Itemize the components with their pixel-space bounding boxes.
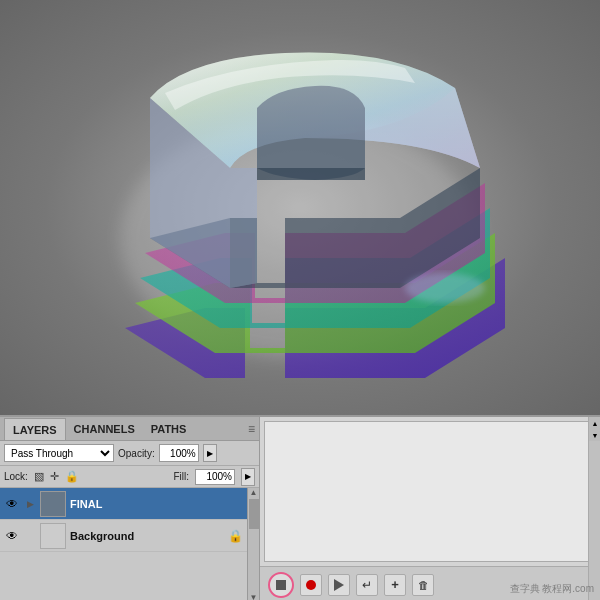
fill-arrow[interactable]: ▶ [241, 468, 255, 486]
svg-point-1 [405, 273, 485, 303]
letter-3d-svg [85, 38, 515, 378]
layer-thumb-background [40, 523, 66, 549]
layers-body: 👁 ▶ FINAL 👁 Background 🔒 ▲ ▼ [0, 488, 259, 600]
blend-mode-select[interactable]: Pass Through Normal Multiply Screen [4, 444, 114, 462]
layer-thumb-final [40, 491, 66, 517]
layer-expand-final[interactable]: ▶ [24, 498, 36, 510]
opacity-label: Opacity: [118, 448, 155, 459]
panel-tabs: LAYERS CHANNELS PATHS ≡ [0, 417, 259, 441]
scroll-down-arrow[interactable]: ▼ [248, 593, 259, 600]
record-button[interactable] [300, 574, 322, 596]
layer-row-final[interactable]: 👁 ▶ FINAL [0, 488, 247, 520]
layer-name-final: FINAL [70, 498, 102, 510]
bottom-panel: LAYERS CHANNELS PATHS ≡ Pass Through Nor… [0, 415, 600, 600]
lock-position-icon[interactable]: ✛ [50, 470, 59, 483]
action-panel: ↵ + 🗑 Stop the action ▲ ▼ [260, 417, 600, 600]
layers-scrollbar[interactable]: ▲ ▼ [247, 488, 259, 600]
delete-action-button[interactable]: 🗑 [412, 574, 434, 596]
action-scroll-up[interactable]: ▲ [589, 417, 600, 429]
play-icon [334, 579, 344, 591]
layer-eye-final[interactable]: 👁 [4, 496, 20, 512]
play-button[interactable] [328, 574, 350, 596]
action-content [264, 421, 596, 562]
layer-eye-background[interactable]: 👁 [4, 528, 20, 544]
lock-row: Lock: ▧ ✛ 🔒 Fill: ▶ [0, 466, 259, 488]
canvas-area [0, 0, 600, 415]
action-scrollbar[interactable]: ▲ ▼ [588, 417, 600, 600]
action-scroll-down[interactable]: ▼ [589, 429, 600, 441]
lock-all-icon[interactable]: 🔒 [65, 470, 79, 483]
stop-icon [276, 580, 286, 590]
layers-list: 👁 ▶ FINAL 👁 Background 🔒 [0, 488, 247, 600]
step-button[interactable]: ↵ [356, 574, 378, 596]
layers-panel: LAYERS CHANNELS PATHS ≡ Pass Through Nor… [0, 417, 260, 600]
scroll-up-arrow[interactable]: ▲ [248, 488, 259, 497]
new-icon: + [391, 577, 399, 592]
opacity-input[interactable] [159, 444, 199, 462]
panel-menu-icon[interactable]: ≡ [248, 422, 255, 436]
new-action-button[interactable]: + [384, 574, 406, 596]
opacity-arrow[interactable]: ▶ [203, 444, 217, 462]
record-icon [306, 580, 316, 590]
lock-pixel-icon[interactable]: ▧ [34, 470, 44, 483]
blend-mode-row: Pass Through Normal Multiply Screen Opac… [0, 441, 259, 466]
fill-label: Fill: [173, 471, 189, 482]
layer-row-background[interactable]: 👁 Background 🔒 [0, 520, 247, 552]
delete-icon: 🗑 [418, 579, 429, 591]
tab-paths[interactable]: PATHS [143, 418, 195, 440]
step-icon: ↵ [362, 578, 372, 592]
layer-lock-background: 🔒 [228, 529, 243, 543]
watermark: 查字典 教程网.com [510, 582, 594, 596]
scroll-thumb[interactable] [249, 499, 259, 529]
stop-button[interactable] [268, 572, 294, 598]
lock-label: Lock: [4, 471, 28, 482]
tab-channels[interactable]: CHANNELS [66, 418, 143, 440]
fill-input[interactable] [195, 469, 235, 485]
layer-name-background: Background [70, 530, 134, 542]
tab-layers[interactable]: LAYERS [4, 418, 66, 440]
